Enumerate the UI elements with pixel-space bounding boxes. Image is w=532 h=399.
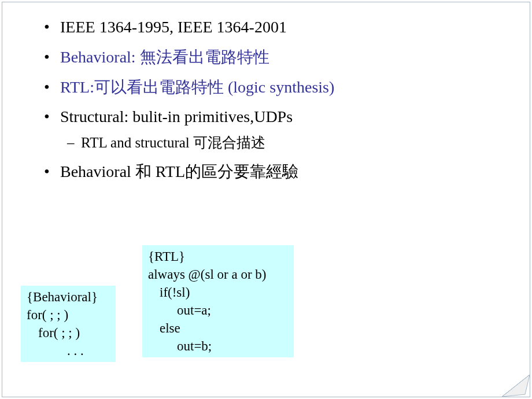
code-box-behavioral: {Behavioral} for( ; ; ) for( ; ; ) . . .	[21, 286, 116, 362]
code-line: for( ; ; )	[27, 306, 110, 324]
bullet-item-behavioral: Behavioral: 無法看出電路特性	[60, 46, 507, 68]
code-line: {Behavioral}	[27, 288, 110, 306]
bullet-text: IEEE 1364-1995, IEEE 1364-2001	[60, 18, 287, 36]
bullet-text: Behavioral 和 RTL的區分要靠經驗	[60, 162, 298, 180]
code-line: else	[148, 319, 288, 337]
bullet-text: Structural: bulit-in primitives,UDPs	[60, 108, 293, 125]
slide-container: IEEE 1364-1995, IEEE 1364-2001 Behaviora…	[2, 2, 530, 397]
code-box-rtl: {RTL} always @(sl or a or b) if(!sl) out…	[142, 245, 294, 357]
code-line: . . .	[27, 342, 110, 360]
bullet-item-ieee: IEEE 1364-1995, IEEE 1364-2001	[60, 16, 507, 38]
bullet-item-rtl: RTL:可以看出電路特性 (logic synthesis)	[60, 76, 507, 98]
code-line: out=a;	[148, 301, 288, 319]
bullet-list: IEEE 1364-1995, IEEE 1364-2001 Behaviora…	[60, 16, 507, 182]
bullet-item-experience: Behavioral 和 RTL的區分要靠經驗	[60, 161, 507, 183]
bullet-text: RTL:可以看出電路特性 (logic synthesis)	[60, 78, 334, 96]
code-line: for( ; ; )	[27, 324, 110, 342]
bullet-text: Behavioral: 無法看出電路特性	[60, 48, 269, 66]
code-line: {RTL}	[148, 247, 288, 265]
sub-bullet-item: RTL and structural 可混合描述	[81, 134, 507, 153]
sub-bullet-text: RTL and structural 可混合描述	[81, 135, 265, 150]
page-curl-icon	[502, 375, 530, 397]
code-line: out=b;	[148, 337, 288, 355]
code-line: always @(sl or a or b)	[148, 265, 288, 283]
code-line: if(!sl)	[148, 283, 288, 301]
bullet-item-structural: Structural: bulit-in primitives,UDPs RTL…	[60, 106, 507, 152]
